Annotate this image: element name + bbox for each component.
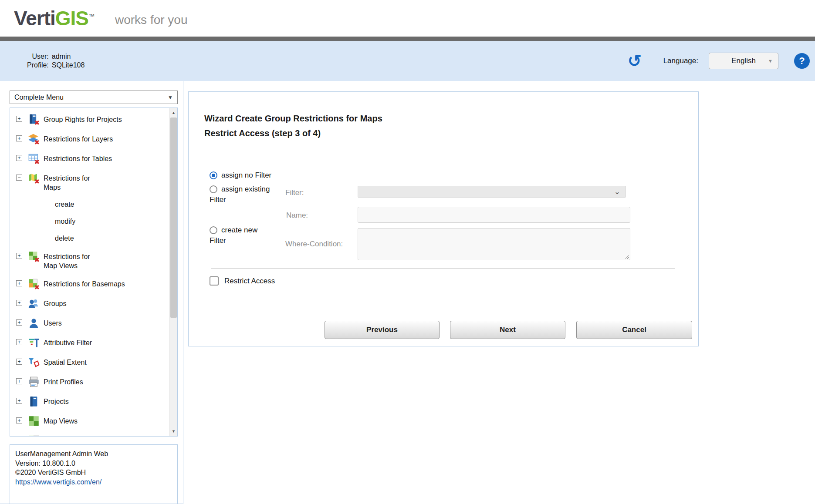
tree-item-label: Restrictions for Tables — [44, 153, 112, 163]
tree-item-label: Print Profiles — [44, 376, 83, 386]
restrictions-for-map-views-icon — [28, 251, 40, 262]
expand-toggle-icon[interactable]: + — [16, 359, 22, 365]
restrict-access-row: Restrict Access — [210, 276, 275, 286]
help-icon[interactable]: ? — [794, 53, 810, 69]
vertigis-link[interactable]: https://www.vertigis.com/en/ — [15, 478, 101, 486]
section-divider — [211, 269, 675, 269]
tree-item-attributive-filter[interactable]: +Attributive Filter — [16, 333, 166, 353]
tree-item-projects[interactable]: +Projects — [16, 392, 166, 411]
expand-toggle-icon[interactable]: + — [16, 253, 22, 259]
expand-toggle-icon[interactable]: + — [16, 280, 22, 286]
filter-field-label: Filter: — [285, 188, 304, 197]
tree-item-print-profiles[interactable]: +Print Profiles — [16, 372, 166, 392]
menu-mode-dropdown[interactable]: Complete Menu ▼ — [10, 91, 178, 104]
name-input[interactable] — [358, 207, 630, 223]
refresh-icon[interactable]: ↺ — [628, 53, 642, 69]
menu-tree-panel: +Group Rights for Projects+Restrictions … — [10, 108, 178, 437]
print-profiles-icon — [28, 376, 40, 388]
logo-text-verti: Verti — [14, 7, 55, 30]
tree-item-label: Restrictions for Maps — [44, 172, 105, 192]
tree-item-restrictions-for-map-views[interactable]: +Restrictions for Map Views — [16, 247, 166, 274]
next-button[interactable]: Next — [450, 321, 565, 339]
assign-existing-filter-label: assign existing Filter — [210, 185, 270, 204]
tree-scrollbar[interactable]: ▲ ▼ — [169, 108, 177, 436]
about-title: UserManagement Admin Web — [15, 449, 172, 459]
tree-item-basemaps[interactable]: +Basemaps — [16, 431, 166, 437]
tree-item-restrictions-for-tables[interactable]: +Restrictions for Tables — [16, 149, 166, 168]
about-copyright: ©2020 VertiGIS GmbH — [15, 468, 172, 477]
sidebar: Complete Menu ▼ +Group Rights for Projec… — [0, 81, 183, 504]
scroll-down-icon[interactable]: ▼ — [170, 427, 177, 436]
tree-item-delete[interactable]: delete — [16, 230, 166, 247]
about-box: UserManagement Admin Web Version: 10.800… — [10, 444, 178, 504]
collapse-toggle-icon[interactable]: − — [16, 175, 22, 181]
attributive-filter-icon — [28, 337, 40, 349]
tree-item-label: Users — [44, 317, 62, 328]
language-dropdown[interactable]: English ▼ — [709, 53, 778, 69]
vertigis-logo: VertiGIS™ — [14, 7, 94, 30]
tree-item-label: Projects — [44, 396, 69, 406]
tree-item-map-views[interactable]: +Map Views — [16, 411, 166, 431]
profile-value: SQLite108 — [52, 61, 85, 69]
tree-item-label: Basemaps — [44, 435, 77, 437]
tree-item-restrictions-for-basemaps[interactable]: +Restrictions for Basemaps — [16, 274, 166, 294]
tree-item-restrictions-for-maps[interactable]: −Restrictions for Maps — [16, 168, 166, 196]
logo-tagline: works for you — [115, 13, 188, 27]
expand-toggle-icon[interactable]: + — [16, 300, 22, 306]
users-icon — [28, 317, 40, 329]
previous-button[interactable]: Previous — [325, 321, 440, 339]
tree-item-group-rights-for-projects[interactable]: +Group Rights for Projects — [16, 110, 166, 129]
create-new-filter-radio[interactable] — [210, 226, 217, 234]
restrict-access-checkbox[interactable] — [210, 276, 219, 286]
user-value: admin — [52, 53, 85, 60]
assign-no-filter-radio[interactable] — [210, 171, 217, 179]
tree-item-groups[interactable]: +Groups — [16, 294, 166, 313]
tree-item-label: Restrictions for Layers — [44, 133, 113, 144]
restrictions-for-tables-icon — [28, 153, 40, 165]
language-label: Language: — [663, 57, 698, 65]
restrictions-for-basemaps-icon — [28, 278, 40, 290]
logo-trademark: ™ — [88, 13, 94, 20]
profile-label: Profile: — [27, 61, 49, 69]
expand-toggle-icon[interactable]: + — [16, 398, 22, 404]
name-field-label: Name: — [286, 211, 308, 220]
chevron-down-icon: ▼ — [768, 58, 773, 64]
tree-item-users[interactable]: +Users — [16, 313, 166, 333]
expand-toggle-icon[interactable]: + — [16, 135, 22, 141]
wizard-panel: Wizard Create Group Restrictions for Map… — [188, 91, 699, 346]
cancel-button[interactable]: Cancel — [576, 321, 692, 339]
map-views-icon — [28, 415, 40, 427]
wizard-step-subtitle: Restrict Access (step 3 of 4) — [204, 128, 321, 138]
main-area: Complete Menu ▼ +Group Rights for Projec… — [0, 81, 815, 504]
tree-item-label: Groups — [44, 298, 66, 308]
tree-item-label: Map Views — [44, 415, 78, 426]
expand-toggle-icon[interactable]: + — [16, 116, 22, 122]
assign-existing-filter-radio[interactable] — [210, 185, 217, 193]
scroll-up-icon[interactable]: ▲ — [170, 108, 177, 118]
menu-tree: +Group Rights for Projects+Restrictions … — [10, 108, 177, 437]
radio-row-assign-existing-filter: assign existing Filter — [210, 184, 276, 205]
menu-mode-value: Complete Menu — [14, 94, 64, 101]
tree-item-create[interactable]: create — [16, 196, 166, 213]
expand-toggle-icon[interactable]: + — [16, 417, 22, 423]
wizard-title: Wizard Create Group Restrictions for Map… — [204, 114, 382, 124]
spatial-extent-icon — [28, 356, 40, 368]
expand-toggle-icon[interactable]: + — [16, 155, 22, 161]
groups-icon — [28, 298, 40, 309]
projects-icon — [28, 396, 40, 407]
expand-toggle-icon[interactable]: + — [16, 378, 22, 384]
tree-item-restrictions-for-layers[interactable]: +Restrictions for Layers — [16, 129, 166, 149]
filter-dropdown[interactable]: ⌄ — [358, 186, 626, 198]
tree-item-modify[interactable]: modify — [16, 213, 166, 230]
session-info: User: admin Profile: SQLite108 — [27, 53, 85, 69]
expand-toggle-icon[interactable]: + — [16, 339, 22, 345]
language-dropdown-value: English — [731, 57, 756, 65]
chevron-down-icon: ⌄ — [614, 190, 620, 194]
scrollbar-thumb[interactable] — [170, 118, 177, 318]
assign-no-filter-label: assign no Filter — [221, 171, 271, 179]
basemaps-icon — [28, 435, 40, 437]
tree-item-spatial-extent[interactable]: +Spatial Extent — [16, 353, 166, 372]
expand-toggle-icon[interactable]: + — [16, 319, 22, 326]
where-condition-textarea[interactable] — [358, 228, 630, 260]
tree-item-label: Restrictions for Basemaps — [44, 278, 125, 289]
